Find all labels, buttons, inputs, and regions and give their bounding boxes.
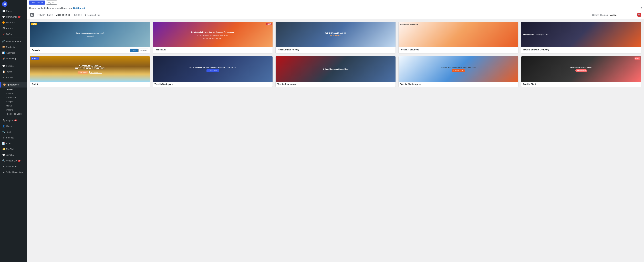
sidebar-sub-item-patterns[interactable]: Patterns [0,92,27,96]
search-themes-area: Search Themes 🔍 [592,13,641,17]
sidebar-item-layerslider[interactable]: ▼ LayerSlider [0,164,27,169]
sidebar-label-settings: Settings [6,136,14,139]
yoastseo-icon: 🔍 [2,159,5,162]
sidebar-item-portfolio[interactable]: 🖼 Portfolio [0,25,27,31]
sidebar-separator-4 [0,117,27,117]
sidebar-item-replies[interactable]: ↩ Replies [0,74,27,80]
sidebar-label-faqs: FAQs [6,33,12,35]
sidebar-item-plugins[interactable]: 🔌 Plugins 6 [0,117,27,123]
sidebar-sub-item-themes[interactable]: Themes [0,87,27,92]
theme-card-teczilla-app[interactable]: NEW How to Optimize Your App for Maximum… [152,22,273,53]
layerslider-icon: ▼ [2,165,5,168]
pages-icon: 📄 [2,9,5,12]
notice-bar: Create your first folder for media libra… [27,5,644,11]
theme-card-teczilla-digital-agency[interactable]: WE PROMOTE YOURBUSINESS Install Preview … [276,22,396,53]
sidebar-sub-item-menus[interactable]: Menus [0,104,27,108]
sidebar-label-products: Products [6,46,15,48]
sidebar-item-faqs[interactable]: ❓ FAQs [0,31,27,37]
sidebar-item-users[interactable]: 👤 Users [0,123,27,129]
sidebar-item-joinchat[interactable]: 💬 Joinchat [0,152,27,158]
sidebar-item-forums[interactable]: 💬 Forums [0,63,27,69]
analytics-icon: 📊 [2,51,5,54]
sub-label-customize: Customize [6,96,16,99]
theme-card-teczilla-workspace[interactable]: Modern Agency For Your Business Financia… [152,56,273,87]
sidebar-sub-item-options[interactable]: Options [0,108,27,112]
sidebar-item-tools[interactable]: 🔧 Tools [0,129,27,135]
main-area: Check credits Sign-up Create your first … [27,0,644,262]
sidebar-sub-item-customize[interactable]: Customize [0,96,27,100]
sidebar-label-hubspot: HubSpot [6,21,15,24]
teczilla-workspace-name-bar: Teczilla Workspace [153,82,272,87]
teczilla-black-badge: NEW [634,57,640,60]
users-icon: 👤 [2,125,5,128]
sidebar-item-acf[interactable]: 📝 ACF [0,140,27,146]
tab-latest[interactable]: Latest [47,13,53,17]
search-button[interactable]: 🔍 [637,13,641,17]
sidebar-item-marketing[interactable]: 📣 Marketing [0,56,27,61]
sculpt-thumbnail: ANOTHER SUNRISE,ANOTHER NEW BEGINNING! F… [30,56,150,82]
bravada-thumbnail: Have enough courage to start and — coura… [30,22,150,47]
teczilla-responsive-thumbnail: Unique Business Consulting. [276,56,395,82]
tab-favorites[interactable]: Favorites [72,13,82,17]
bravada-install-btn-2[interactable]: Install [130,48,138,52]
sidebar-item-analytics[interactable]: 📊 Analytics [0,50,27,56]
teczilla-workspace-thumbnail: Modern Agency For Your Business Financia… [153,56,272,82]
theme-card-bravada[interactable]: NEW Have enough courage to start and — c… [30,22,150,53]
themes-content: NEW Have enough courage to start and — c… [27,19,644,262]
theme-card-teczilla-black[interactable]: NEW Business Case Studies ! VIEW MORE In… [521,56,641,87]
sidebar-item-products[interactable]: 📦 Products [0,44,27,50]
theme-card-teczilla-responsive[interactable]: Unique Business Consulting. Install Prev… [276,56,396,87]
sidebar-item-appearance[interactable]: 🎨 Appearance [0,82,27,87]
notice-close-button[interactable]: × [640,6,642,9]
replies-icon: ↩ [2,76,5,79]
bravada-preview-btn-2[interactable]: Preview [138,48,148,52]
bravada-badge: NEW [31,23,36,25]
sidebar-item-yoastseo[interactable]: 🔍 Yoast SEO 2 [0,158,27,164]
sidebar-item-topics[interactable]: 📋 Topics [0,69,27,74]
sidebar-label-comments: Comments [6,15,17,18]
sidebar-item-comments[interactable]: 💬 Comments 1 [0,14,27,20]
sidebar-logo: W [0,0,27,8]
theme-card-teczilla-it-solutions[interactable]: Solution & Valuation Install Preview Tec… [398,22,518,53]
check-credits-button[interactable]: Check credits [29,0,45,4]
sculpt-name-bar: Sculpt [30,82,150,87]
plugins-badge: 6 [14,119,17,121]
tab-popular[interactable]: Popular [37,13,44,17]
sidebar-separator-3 [0,81,27,81]
sub-label-menus: Menus [6,105,12,107]
tab-block-themes[interactable]: Block Themes [56,13,70,17]
gear-icon: ⚙ [84,14,86,16]
sidebar-item-pages[interactable]: 📄 Pages [0,8,27,14]
portfolio-icon: 🖼 [2,27,5,30]
signup-button[interactable]: Sign-up [46,0,57,4]
themes-count: 16 [30,13,34,17]
faqs-icon: ❓ [2,32,5,35]
teczilla-multipurpose-name-bar: Teczilla Multipurpose [398,82,518,87]
sidebar-sub-item-theme-file-editor[interactable]: Theme File Editor [0,112,27,116]
sidebar-item-filebird[interactable]: 📁 FileBird [0,146,27,152]
acf-icon: 📝 [2,142,5,145]
notice-link[interactable]: Get Started [73,7,85,9]
feature-filter-button[interactable]: ⚙ Feature Filter [84,14,100,16]
topics-icon: 📋 [2,70,5,73]
sidebar-item-sliderrevolution[interactable]: ▶ Slider Revolution [0,169,27,175]
wp-logo-icon: W [2,1,8,7]
theme-card-teczilla-software-company[interactable]: Best Software Company in USA Install Pre… [521,22,641,53]
teczilla-multipurpose-thumbnail: Manage Your Social Media With Our Expert… [398,56,518,82]
sidebar-item-settings[interactable]: ⚙ Settings [0,135,27,140]
theme-card-sculpt[interactable]: SCULPT ANOTHER SUNRISE,ANOTHER NEW BEGIN… [30,56,150,87]
theme-card-teczilla-multipurpose[interactable]: Manage Your Social Media With Our Expert… [398,56,518,87]
sidebar-label-portfolio: Portfolio [6,27,14,30]
topbar: Check credits Sign-up [27,0,644,5]
sidebar-item-woocommerce[interactable]: 🛒 WooCommerce [0,38,27,44]
joinchat-icon: 💬 [2,153,5,156]
search-themes-input[interactable] [609,13,636,17]
teczilla-digital-agency-name: Teczilla Digital Agency [277,48,299,51]
teczilla-app-thumbnail: How to Optimize Your App for Maximum Per… [153,22,272,47]
feature-filter-label: Feature Filter [87,14,100,16]
sidebar-sub-item-widgets[interactable]: Widgets [0,100,27,104]
teczilla-software-company-thumbnail: Best Software Company in USA [521,22,641,47]
teczilla-black-thumbnail: Business Case Studies ! VIEW MORE [521,56,641,82]
sidebar-item-hubspot[interactable]: 🔶 HubSpot [0,20,27,25]
woocommerce-icon: 🛒 [2,40,5,43]
